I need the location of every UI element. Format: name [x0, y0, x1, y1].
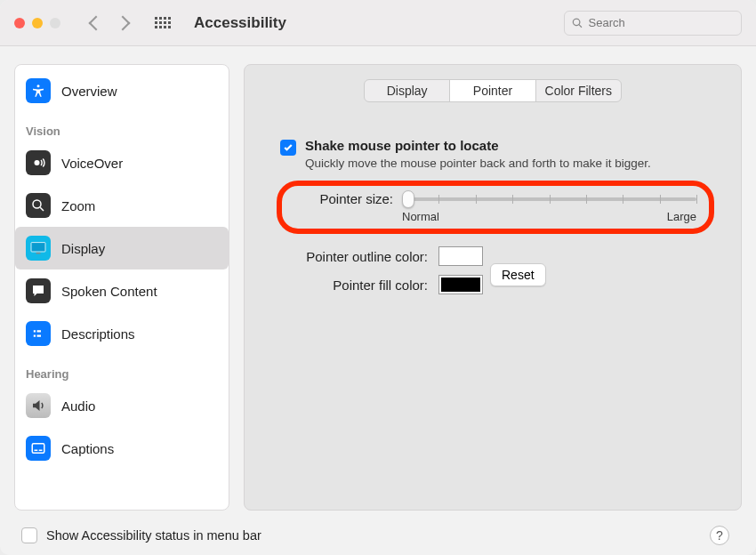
sidebar-item-display[interactable]: Display — [15, 227, 229, 269]
tab-group: Display Pointer Color Filters — [364, 79, 622, 102]
titlebar: Accessibility — [0, 0, 756, 46]
fill-color-label: Pointer fill color: — [277, 278, 428, 293]
footer: Show Accessibility status in menu bar ? — [0, 516, 756, 555]
search-icon — [572, 17, 583, 29]
slider-max-label: Large — [667, 210, 696, 223]
fill-color-well[interactable] — [438, 275, 483, 294]
help-button[interactable]: ? — [710, 526, 729, 545]
sidebar-item-descriptions[interactable]: Descriptions — [15, 312, 229, 355]
shake-pointer-checkbox[interactable] — [280, 140, 296, 156]
menubar-status-checkbox[interactable] — [21, 527, 37, 543]
sidebar-item-label: Overview — [61, 84, 117, 99]
audio-icon — [26, 393, 51, 418]
svg-rect-9 — [32, 444, 44, 454]
descriptions-icon — [26, 321, 51, 346]
captions-icon — [26, 436, 51, 461]
sidebar-item-label: Audio — [61, 398, 95, 414]
sidebar-section-vision: Vision — [15, 112, 229, 141]
svg-rect-4 — [36, 253, 41, 254]
sidebar-item-voiceover[interactable]: VoiceOver — [15, 141, 229, 184]
svg-point-1 — [35, 160, 40, 165]
slider-min-label: Normal — [402, 210, 439, 223]
check-icon — [283, 142, 294, 153]
nav-arrows — [91, 18, 128, 28]
forward-button — [116, 15, 131, 30]
svg-point-0 — [37, 84, 40, 87]
shake-pointer-label: Shake mouse pointer to locate — [305, 138, 651, 153]
sidebar-item-label: Display — [61, 241, 105, 256]
reset-button[interactable]: Reset — [490, 263, 546, 286]
search-field[interactable] — [564, 11, 742, 36]
minimize-window-button[interactable] — [32, 18, 43, 28]
tab-pointer[interactable]: Pointer — [450, 80, 535, 101]
sidebar: Overview Vision VoiceOver Zoom Display — [14, 64, 229, 511]
sidebar-item-overview[interactable]: Overview — [15, 69, 229, 112]
sidebar-item-label: Zoom — [61, 198, 95, 213]
sidebar-item-label: VoiceOver — [61, 156, 123, 171]
zoom-window-button — [50, 18, 60, 28]
sidebar-item-spoken-content[interactable]: Spoken Content — [15, 269, 229, 312]
outline-color-well[interactable] — [438, 246, 483, 266]
show-all-icon[interactable] — [155, 17, 171, 28]
svg-rect-7 — [37, 330, 42, 332]
sidebar-section-hearing: Hearing — [15, 355, 229, 384]
sidebar-item-zoom[interactable]: Zoom — [15, 184, 229, 227]
shake-pointer-description: Quickly move the mouse pointer back and … — [305, 156, 651, 172]
sidebar-item-label: Descriptions — [61, 326, 135, 342]
outline-color-label: Pointer outline color: — [277, 249, 428, 264]
display-icon — [26, 236, 51, 261]
voiceover-icon — [26, 150, 51, 175]
svg-rect-6 — [34, 335, 36, 337]
svg-rect-8 — [37, 335, 42, 337]
svg-rect-11 — [39, 450, 43, 452]
svg-rect-10 — [35, 450, 38, 452]
svg-rect-3 — [31, 243, 45, 252]
pointer-size-slider[interactable] — [402, 197, 696, 201]
sidebar-item-label: Spoken Content — [61, 284, 157, 299]
pointer-size-label: Pointer size: — [309, 191, 393, 206]
zoom-icon — [26, 193, 51, 218]
menubar-status-label: Show Accessibility status in menu bar — [46, 528, 261, 543]
sidebar-item-label: Captions — [61, 441, 114, 456]
back-button[interactable] — [89, 15, 104, 30]
tab-color-filters[interactable]: Color Filters — [536, 80, 621, 101]
sidebar-item-audio[interactable]: Audio — [15, 384, 229, 427]
slider-thumb[interactable] — [402, 190, 414, 208]
window-controls — [14, 18, 60, 28]
main-panel: Display Pointer Color Filters Shake mous… — [244, 64, 742, 511]
window-title: Accessibility — [194, 14, 286, 32]
search-input[interactable] — [589, 16, 734, 29]
tab-display[interactable]: Display — [365, 80, 450, 101]
accessibility-icon — [26, 78, 51, 103]
pointer-size-highlight: Pointer size: Normal Large — [277, 181, 714, 234]
spoken-content-icon — [26, 278, 51, 303]
svg-rect-5 — [34, 330, 36, 332]
preferences-window: Accessibility Overview Vision VoiceOver — [0, 0, 756, 555]
svg-point-2 — [33, 200, 41, 208]
sidebar-item-captions[interactable]: Captions — [15, 427, 229, 470]
close-window-button[interactable] — [14, 18, 25, 28]
